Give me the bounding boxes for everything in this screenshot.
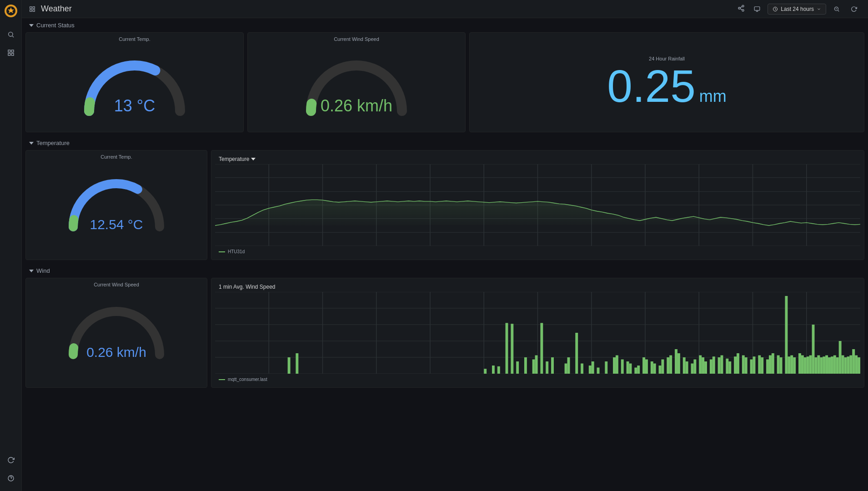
svg-rect-137 [712, 356, 715, 374]
svg-rect-7 [11, 53, 14, 55]
svg-rect-158 [793, 357, 796, 374]
svg-rect-121 [651, 361, 653, 374]
chevron-down-icon-wind [29, 269, 34, 273]
svg-rect-143 [737, 353, 739, 374]
svg-rect-151 [769, 356, 772, 374]
temp-gauge: 13 °C [75, 47, 194, 120]
section-title-current-status: Current Status [36, 22, 75, 29]
wind-gauge: 0.26 km/h [297, 47, 416, 120]
tv-mode-button[interactable] [750, 4, 764, 14]
svg-rect-5 [11, 50, 14, 52]
panel-title-wind2: Current Wind Speed [30, 282, 203, 287]
svg-rect-115 [627, 361, 629, 374]
svg-rect-144 [742, 356, 745, 374]
wind-gauge-sm-value: 0.26 km/h [86, 345, 146, 360]
svg-marker-26 [29, 24, 34, 27]
wind-gauge-sm: 0.26 km/h [62, 291, 171, 364]
section-temperature[interactable]: Temperature [22, 136, 868, 150]
rainfall-value: 0.25 [607, 63, 696, 109]
legend-label-mqtt: mqtt_consumer.last [228, 377, 267, 382]
svg-rect-102 [546, 361, 548, 374]
svg-rect-141 [728, 361, 731, 374]
svg-rect-153 [777, 356, 780, 374]
svg-point-14 [742, 5, 744, 7]
svg-rect-163 [809, 356, 812, 374]
panel-wind-chart: 1 min Avg. Wind Speed [211, 278, 864, 388]
svg-rect-100 [535, 356, 538, 374]
svg-rect-108 [589, 366, 592, 374]
chevron-down-icon [29, 23, 34, 28]
current-status-row: Current Temp. 13 °C Current Wind Speed [22, 32, 868, 132]
time-range-button[interactable]: Last 24 hours [768, 4, 826, 15]
svg-rect-146 [750, 360, 753, 374]
svg-rect-176 [844, 357, 847, 374]
zoom-out-button[interactable] [830, 4, 843, 14]
svg-rect-113 [616, 356, 618, 374]
refresh-icon[interactable] [4, 453, 18, 467]
svg-rect-119 [642, 357, 645, 374]
time-range-label: Last 24 hours [781, 6, 814, 12]
svg-rect-130 [686, 361, 688, 374]
panel-temp-chart: Temperature [211, 150, 864, 260]
sidebar-bottom [4, 451, 18, 487]
svg-rect-156 [788, 356, 790, 374]
svg-marker-28 [251, 158, 256, 160]
svg-rect-174 [839, 341, 842, 374]
dashboard-icon[interactable] [4, 45, 18, 60]
svg-rect-155 [785, 296, 788, 374]
svg-rect-161 [804, 357, 807, 374]
svg-point-16 [742, 10, 744, 11]
temp-gauge-value: 13 °C [114, 96, 155, 115]
dashboard-grid-icon [29, 6, 35, 12]
svg-rect-162 [807, 356, 809, 374]
svg-rect-99 [532, 360, 535, 374]
svg-rect-101 [540, 323, 543, 374]
svg-rect-129 [683, 357, 686, 374]
refresh-button[interactable] [847, 4, 861, 14]
svg-rect-103 [551, 357, 554, 374]
svg-rect-96 [511, 324, 513, 374]
svg-rect-139 [721, 356, 723, 374]
svg-rect-142 [734, 356, 737, 374]
svg-rect-124 [661, 360, 664, 374]
svg-rect-169 [825, 356, 828, 374]
svg-rect-91 [296, 353, 298, 374]
panel-title-temp2: Current Temp. [30, 154, 203, 160]
section-title-temperature: Temperature [36, 140, 70, 146]
temperature-row: Current Temp. 12.54 °C Temperature [22, 150, 868, 260]
svg-rect-159 [798, 353, 801, 374]
svg-rect-181 [858, 357, 860, 374]
chart-header-wind: 1 min Avg. Wind Speed [215, 282, 860, 292]
svg-rect-157 [790, 356, 793, 374]
svg-rect-172 [833, 356, 836, 374]
search-icon[interactable] [4, 27, 18, 42]
svg-rect-149 [761, 357, 763, 374]
svg-rect-171 [831, 356, 833, 374]
app-logo[interactable] [4, 4, 18, 18]
legend-label-htu: HTU31d [228, 249, 245, 254]
wind-gauge-value: 0.26 km/h [321, 96, 392, 115]
chevron-down-icon-temp [29, 141, 34, 145]
svg-rect-167 [820, 357, 823, 374]
svg-rect-123 [659, 366, 662, 374]
chart-title-temp: Temperature [219, 156, 249, 162]
svg-line-18 [740, 6, 743, 8]
svg-rect-6 [8, 53, 10, 55]
panel-title-current-temp: Current Temp. [119, 36, 151, 42]
section-current-status[interactable]: Current Status [22, 18, 868, 32]
svg-rect-105 [567, 357, 570, 374]
svg-rect-126 [669, 356, 672, 374]
share-icon[interactable] [738, 5, 745, 13]
svg-rect-131 [691, 364, 694, 374]
svg-rect-90 [288, 357, 291, 374]
chart-menu-icon[interactable] [251, 157, 256, 161]
svg-rect-165 [814, 357, 817, 374]
help-icon[interactable] [4, 471, 18, 486]
temp-chart-area: 10 11 12 13 14 15 16 [215, 164, 860, 247]
svg-rect-117 [634, 368, 637, 374]
section-wind[interactable]: Wind [22, 264, 868, 278]
topbar: Weather Last 24 hours [22, 0, 868, 18]
svg-rect-152 [772, 353, 774, 374]
temp-gauge-sm: 12.54 °C [62, 163, 171, 236]
svg-rect-98 [524, 357, 527, 374]
